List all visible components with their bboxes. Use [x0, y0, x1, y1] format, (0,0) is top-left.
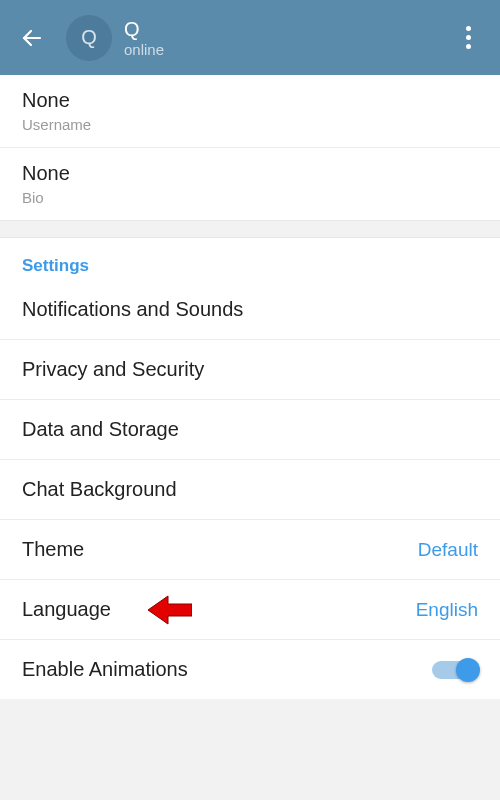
- privacy-security-row[interactable]: Privacy and Security: [0, 340, 500, 400]
- enable-animations-row[interactable]: Enable Animations: [0, 640, 500, 699]
- data-storage-row[interactable]: Data and Storage: [0, 400, 500, 460]
- profile-status: online: [124, 41, 448, 58]
- red-arrow-icon: [148, 594, 192, 626]
- setting-label: Data and Storage: [22, 418, 179, 441]
- setting-label: Language: [22, 598, 111, 621]
- setting-label: Notifications and Sounds: [22, 298, 243, 321]
- profile-section: None Username None Bio: [0, 75, 500, 220]
- theme-value: Default: [418, 539, 478, 561]
- username-row[interactable]: None Username: [0, 75, 500, 148]
- setting-label: Theme: [22, 538, 84, 561]
- username-label: Username: [22, 116, 478, 133]
- settings-section: Settings Notifications and Sounds Privac…: [0, 238, 500, 699]
- settings-header: Settings: [0, 238, 500, 280]
- back-arrow-icon: [20, 26, 44, 50]
- toggle-knob: [456, 658, 480, 682]
- svg-marker-1: [148, 596, 192, 624]
- section-divider: [0, 220, 500, 238]
- back-button[interactable]: [12, 18, 52, 58]
- bio-value: None: [22, 162, 478, 185]
- username-value: None: [22, 89, 478, 112]
- notifications-sounds-row[interactable]: Notifications and Sounds: [0, 280, 500, 340]
- setting-label: Chat Background: [22, 478, 177, 501]
- animations-toggle[interactable]: [432, 661, 478, 679]
- bio-label: Bio: [22, 189, 478, 206]
- bio-row[interactable]: None Bio: [0, 148, 500, 220]
- chat-background-row[interactable]: Chat Background: [0, 460, 500, 520]
- name-block: Q online: [124, 18, 448, 58]
- setting-label: Enable Animations: [22, 658, 188, 681]
- more-icon: [466, 26, 471, 49]
- theme-row[interactable]: Theme Default: [0, 520, 500, 580]
- profile-header: Q Q online: [0, 0, 500, 75]
- language-value: English: [416, 599, 478, 621]
- avatar-letter: Q: [81, 26, 97, 49]
- profile-name: Q: [124, 18, 448, 40]
- setting-label: Privacy and Security: [22, 358, 204, 381]
- avatar[interactable]: Q: [66, 15, 112, 61]
- more-button[interactable]: [448, 18, 488, 58]
- language-row[interactable]: Language English: [0, 580, 500, 640]
